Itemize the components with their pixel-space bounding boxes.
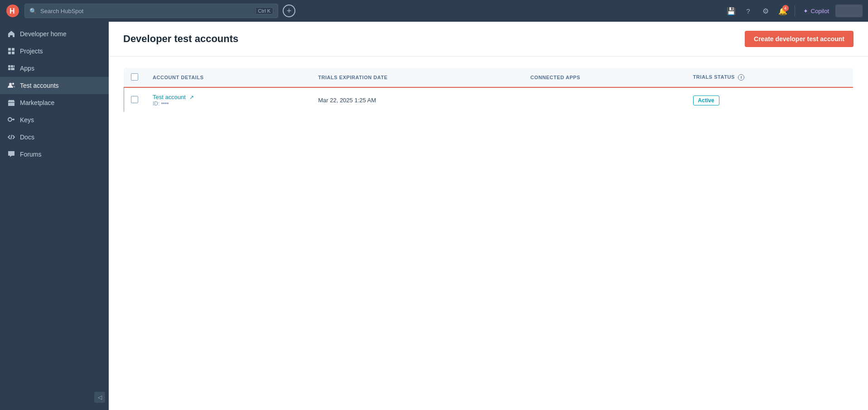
main-layout: Developer home Projects Apps Test accoun… [0,22,868,410]
expiration-date: Mar 22, 2025 1:25 AM [318,97,376,104]
settings-icon: ⚙ [762,7,769,15]
user-avatar[interactable] [835,5,863,17]
create-test-account-button[interactable]: Create developer test account [745,31,854,47]
help-icon: ? [746,7,750,15]
sidebar: Developer home Projects Apps Test accoun… [0,22,109,410]
sidebar-item-apps[interactable]: Apps [0,60,109,77]
column-header-trials-status: TRIALS STATUS i [686,68,854,87]
code-icon [7,133,15,141]
notification-badge: 4 [782,5,789,11]
settings-icon-button[interactable]: ⚙ [758,4,773,18]
save-icon-button[interactable]: 💾 [724,4,738,18]
select-all-checkbox[interactable] [131,73,138,81]
save-icon: 💾 [727,7,736,15]
svg-point-12 [12,83,14,85]
sidebar-collapse-button[interactable]: ◁ [94,392,105,403]
column-header-checkbox [124,68,146,87]
svg-rect-4 [8,52,11,54]
add-button[interactable]: + [283,5,295,17]
page-header: Developer test accounts Create developer… [109,22,868,57]
home-icon [7,30,15,38]
sidebar-bottom: ◁ [0,388,109,406]
navbar-right: 💾 ? ⚙ 🔔 4 ✦ Copilot [724,4,863,18]
sidebar-label-test-accounts: Test accounts [20,82,59,89]
search-bar[interactable]: 🔍 Search HubSpot Ctrl K [24,4,278,18]
search-shortcut: Ctrl K [256,7,274,14]
key-icon [7,116,15,124]
copilot-button[interactable]: ✦ Copilot [800,6,833,16]
trials-status-info-icon[interactable]: i [738,74,744,81]
sidebar-label-keys: Keys [20,116,34,124]
main-content: Developer test accounts Create developer… [109,22,868,410]
sidebar-label-apps: Apps [20,65,34,72]
sidebar-item-docs[interactable]: Docs [0,129,109,146]
svg-rect-9 [8,68,10,70]
svg-rect-7 [11,65,13,67]
sidebar-label-forums: Forums [20,151,41,158]
accounts-table: ACCOUNT DETAILS TRIALS EXPIRATION DATE C… [123,67,854,114]
sidebar-item-developer-home[interactable]: Developer home [0,25,109,43]
connected-apps-cell [523,87,686,114]
sidebar-label-projects: Projects [20,48,43,55]
chat-icon [7,150,15,158]
svg-rect-6 [8,65,10,67]
sidebar-item-keys[interactable]: Keys [0,111,109,129]
sidebar-item-test-accounts[interactable]: Test accounts [0,77,109,94]
notifications-icon-button[interactable]: 🔔 4 [776,4,790,18]
external-link-icon[interactable]: ↗ [189,94,194,100]
search-placeholder: Search HubSpot [40,8,83,14]
page-title: Developer test accounts [123,33,238,45]
svg-rect-10 [11,68,14,70]
column-header-connected-apps: CONNECTED APPS [523,68,686,87]
copilot-label: Copilot [811,8,829,14]
navbar: H 🔍 Search HubSpot Ctrl K + 💾 ? ⚙ 🔔 4 ✦ … [0,0,868,22]
sidebar-item-forums[interactable]: Forums [0,146,109,163]
status-badge: Active [693,95,719,105]
help-icon-button[interactable]: ? [741,4,756,18]
apps-icon [7,64,15,72]
svg-rect-5 [12,52,14,54]
hubspot-logo: H [5,4,20,18]
users-icon [7,81,15,90]
sidebar-label-marketplace: Marketplace [20,99,54,106]
table-row: Test account ↗ ID: •••• Mar 22, 2025 1:2… [124,87,854,114]
svg-rect-8 [14,65,14,67]
table-header-row: ACCOUNT DETAILS TRIALS EXPIRATION DATE C… [124,68,854,87]
sidebar-label-docs: Docs [20,133,34,141]
account-id: ID: •••• [153,100,304,107]
svg-rect-2 [8,48,11,51]
svg-text:H: H [10,7,15,15]
sidebar-item-marketplace[interactable]: Marketplace [0,94,109,111]
row-checkbox[interactable] [131,96,138,103]
svg-point-13 [8,118,12,121]
table-container: ACCOUNT DETAILS TRIALS EXPIRATION DATE C… [109,57,868,410]
column-header-trials-expiration-date: TRIALS EXPIRATION DATE [311,68,523,87]
expiration-date-cell: Mar 22, 2025 1:25 AM [311,87,523,114]
column-header-account-details: ACCOUNT DETAILS [145,68,311,87]
sidebar-item-projects[interactable]: Projects [0,43,109,60]
store-icon [7,99,15,107]
navbar-divider [795,5,795,16]
account-details-cell: Test account ↗ ID: •••• [145,87,311,114]
status-cell: Active [686,87,854,114]
row-checkbox-cell [124,87,146,114]
copilot-icon: ✦ [803,8,808,14]
account-name[interactable]: Test account [153,94,186,100]
search-icon: 🔍 [29,8,37,14]
grid-icon [7,47,15,55]
sidebar-label-developer-home: Developer home [20,30,67,38]
svg-rect-3 [12,48,14,51]
